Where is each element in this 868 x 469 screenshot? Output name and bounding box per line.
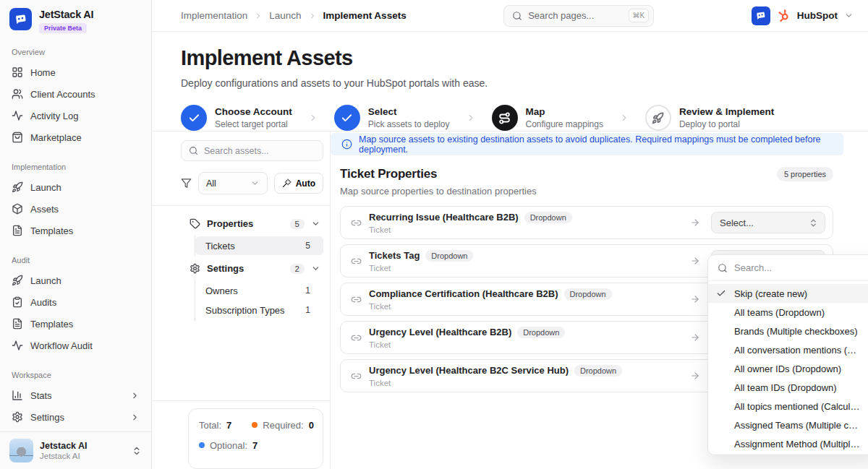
step-map[interactable]: MapConfigure mappings: [492, 105, 603, 131]
portal-switcher[interactable]: HubSpot: [752, 7, 854, 25]
sidebar-item-settings[interactable]: Settings: [7, 406, 144, 428]
property-name: Recurring Issue (Healthcare B2B): [369, 212, 519, 223]
assets-panel: All Auto Properties 5: [152, 132, 331, 469]
sidebar-item-assets[interactable]: Assets: [7, 198, 144, 220]
sidebar-item-stats[interactable]: Stats: [7, 384, 144, 406]
sidebar-item-client-accounts[interactable]: Client Accounts: [7, 83, 144, 105]
arrow-right-icon: [690, 294, 700, 304]
rocket-icon: [12, 275, 23, 286]
info-icon: [341, 139, 352, 150]
workspace-switcher[interactable]: Jetstack AI Jetstack AI: [0, 431, 151, 469]
breadcrumb-launch[interactable]: Launch: [269, 10, 301, 21]
private-beta-badge: Private Beta: [39, 23, 87, 33]
chevron-right-icon: [308, 113, 318, 123]
box-icon: [12, 203, 23, 215]
chevron-right-icon: [466, 113, 476, 123]
property-name: Compliance Certification (Healthcare B2B…: [369, 288, 558, 299]
page-header: Implement Assets Deploy configurations a…: [152, 32, 868, 131]
sidebar: JetStack AI Private Beta Overview Home C…: [0, 0, 152, 469]
search-icon: [189, 146, 198, 155]
property-object: Ticket: [369, 340, 565, 349]
dropdown-options: Skip (create new) All teams (Dropdown) B…: [708, 281, 868, 455]
check-icon: [716, 288, 726, 298]
chevron-down-icon: [844, 11, 854, 20]
unlink-icon: [351, 332, 362, 343]
dropdown-option[interactable]: All topics mentioned (Calculated (r...: [708, 397, 868, 416]
destination-select[interactable]: Select...: [711, 212, 825, 233]
step-current-icon: [492, 105, 518, 131]
optional-dot-icon: [199, 442, 205, 448]
workspace-name: Jetstack AI: [40, 441, 88, 451]
tree-item-subscription-types[interactable]: Subscription Types 1: [195, 301, 323, 319]
wand-icon: [282, 178, 292, 188]
step-select[interactable]: SelectPick assets to deploy: [334, 105, 450, 131]
dropdown-option[interactable]: All team IDs (Dropdown): [708, 378, 868, 397]
tree-item-settings[interactable]: Settings 2: [190, 259, 323, 278]
sidebar-item-audits[interactable]: Audits: [7, 291, 144, 313]
dropdown-option[interactable]: All owner IDs (Dropdown): [708, 359, 868, 378]
search-icon: [512, 11, 522, 21]
sidebar-item-workflow-audit[interactable]: Workflow Audit: [7, 335, 144, 356]
property-type-badge: Dropdown: [517, 327, 565, 338]
breadcrumb-current: Implement Assets: [323, 10, 407, 21]
auto-map-button[interactable]: Auto: [274, 173, 323, 194]
global-search-input[interactable]: [528, 10, 622, 21]
sidebar-item-marketplace[interactable]: Marketplace: [7, 126, 144, 148]
sidebar-item-audit-templates[interactable]: Templates: [7, 313, 144, 335]
count-badge: 5: [300, 240, 318, 251]
gear-icon: [12, 411, 23, 423]
count-badge: 1: [300, 304, 318, 316]
assets-search[interactable]: [181, 140, 323, 161]
chevron-down-icon: [250, 178, 260, 188]
required-count: 0: [309, 420, 314, 431]
rocket-icon: [12, 181, 23, 193]
unlink-icon: [351, 218, 362, 228]
brand-name: JetStack AI: [39, 9, 93, 20]
sidebar-item-impl-launch[interactable]: Launch: [7, 176, 144, 198]
dropdown-option[interactable]: All conversation mentions (Calcul...: [708, 340, 868, 359]
tree-item-owners[interactable]: Owners 1: [195, 281, 323, 300]
file-icon: [12, 318, 23, 330]
arrow-right-icon: [690, 332, 700, 343]
property-type-badge: Dropdown: [425, 250, 473, 262]
sidebar-item-home[interactable]: Home: [7, 61, 144, 83]
sidebar-item-impl-templates[interactable]: Templates: [7, 220, 144, 241]
dropdown-search[interactable]: [708, 255, 868, 281]
nav-section-overview: Overview: [12, 48, 140, 56]
grid-icon: [12, 66, 23, 78]
assets-search-input[interactable]: [204, 146, 315, 156]
file-icon: [12, 225, 23, 236]
arrow-right-icon: [690, 371, 700, 381]
search-shortcut-badge: ⌘K: [629, 9, 650, 22]
tree-item-properties[interactable]: Properties 5: [190, 214, 323, 233]
chevron-right-icon: [308, 12, 317, 20]
dropdown-option-skip[interactable]: Skip (create new): [708, 284, 868, 303]
sidebar-item-activity-log[interactable]: Activity Log: [7, 105, 144, 126]
global-search[interactable]: ⌘K: [503, 5, 654, 27]
unlink-icon: [351, 256, 362, 267]
dropdown-option[interactable]: All teams (Dropdown): [708, 303, 868, 322]
step-choose-account[interactable]: Choose AccountSelect target portal: [181, 105, 292, 131]
sidebar-item-audit-launch[interactable]: Launch: [7, 270, 144, 291]
dropdown-option[interactable]: Brands (Multiple checkboxes): [708, 322, 868, 340]
dropdown-option[interactable]: Assigned Teams (Multiple checkbo...: [708, 416, 868, 434]
stepper: Choose AccountSelect target portal Selec…: [181, 105, 839, 131]
hubspot-sprocket-icon: [777, 9, 791, 22]
tree-item-tickets[interactable]: Tickets 5: [195, 236, 323, 255]
step-review-implement[interactable]: Review & ImplementDeploy to portal: [645, 105, 774, 131]
dropdown-search-input[interactable]: [734, 262, 868, 273]
required-dot-icon: [252, 422, 258, 428]
totals-summary: Total: 7 Required: 0 Optional: 7: [188, 408, 323, 469]
page-subtitle: Deploy configurations and assets to your…: [181, 77, 839, 90]
users-icon: [12, 88, 23, 100]
step-done-icon: [334, 105, 360, 131]
chevron-down-icon: [311, 264, 320, 273]
filter-select[interactable]: All: [198, 172, 268, 194]
dropdown-option[interactable]: Assignment Method (Multiple che...: [708, 434, 868, 453]
property-object: Ticket: [369, 302, 612, 311]
property-type-badge: Dropdown: [524, 212, 572, 223]
property-object: Ticket: [369, 264, 473, 272]
step-todo-icon: [645, 105, 671, 131]
breadcrumb-implementation[interactable]: Implementation: [181, 10, 247, 21]
arrow-right-icon: [690, 256, 700, 266]
